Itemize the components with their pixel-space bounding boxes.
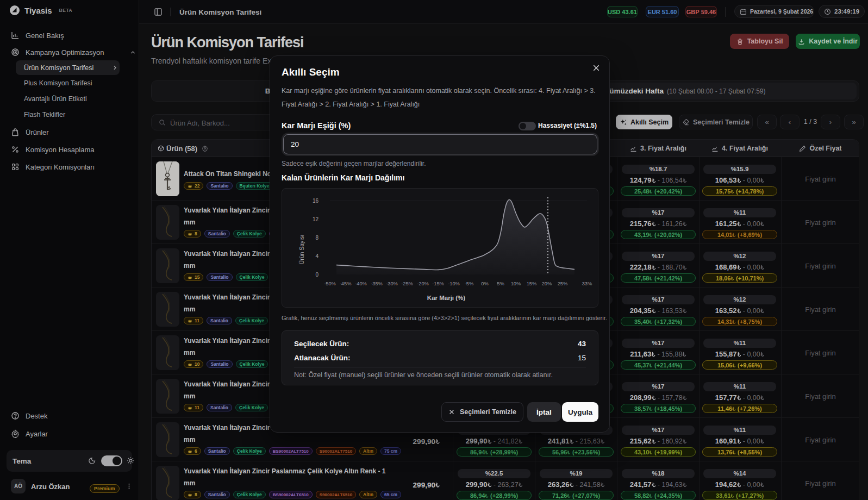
svg-text:Ürün Sayısı: Ürün Sayısı bbox=[298, 235, 305, 265]
svg-text:25%: 25% bbox=[558, 281, 568, 286]
svg-text:-40%: -40% bbox=[355, 281, 367, 286]
svg-text:-5%: -5% bbox=[465, 281, 474, 286]
svg-text:10%: 10% bbox=[511, 281, 521, 286]
svg-text:-50%: -50% bbox=[324, 281, 336, 286]
svg-text:-20%: -20% bbox=[417, 281, 429, 286]
svg-text:Kar Marjı (%): Kar Marjı (%) bbox=[427, 295, 465, 301]
svg-text:16: 16 bbox=[313, 198, 319, 204]
svg-text:8: 8 bbox=[315, 235, 319, 241]
svg-text:-10%: -10% bbox=[448, 281, 460, 286]
svg-text:4: 4 bbox=[315, 253, 319, 259]
svg-text:-45%: -45% bbox=[340, 281, 352, 286]
svg-text:5%: 5% bbox=[497, 281, 504, 286]
svg-text:0: 0 bbox=[315, 272, 319, 278]
svg-text:33%: 33% bbox=[582, 281, 592, 286]
svg-text:15%: 15% bbox=[527, 281, 537, 286]
svg-text:-30%: -30% bbox=[386, 281, 398, 286]
svg-text:-25%: -25% bbox=[401, 281, 413, 286]
svg-text:12: 12 bbox=[313, 216, 319, 222]
svg-text:-35%: -35% bbox=[371, 281, 383, 286]
svg-text:0%: 0% bbox=[481, 281, 488, 286]
svg-text:-15%: -15% bbox=[432, 281, 444, 286]
svg-text:20%: 20% bbox=[542, 281, 552, 286]
